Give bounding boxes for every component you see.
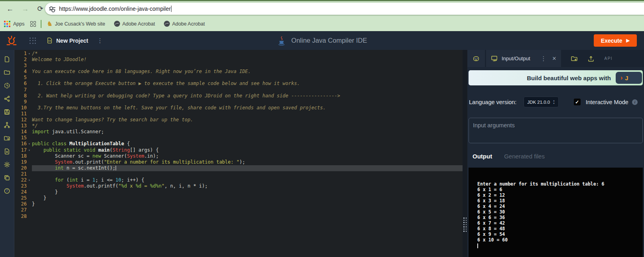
open-folder-icon[interactable] <box>2 67 12 77</box>
new-file-icon[interactable] <box>2 54 12 64</box>
fold-arrow-icon[interactable]: ▾ <box>27 141 32 147</box>
code-line-19[interactable]: 19 System.out.print("Enter a number for … <box>15 159 463 165</box>
code-line-14[interactable]: 14import java.util.Scanner; <box>15 129 463 135</box>
panel-resize-splitter[interactable] <box>463 50 467 257</box>
code-text[interactable]: import java.util.Scanner; <box>32 129 463 135</box>
code-text[interactable]: You can execute code here in 88 language… <box>32 69 463 75</box>
code-line-17[interactable]: 17▾ public static void main(String[] arg… <box>15 147 463 153</box>
input-arguments-field[interactable]: Input arguments <box>469 118 643 143</box>
code-text[interactable] <box>32 87 463 93</box>
save-icon[interactable] <box>2 107 12 117</box>
code-text[interactable]: for (int i = 1; i <= 10; i++) { <box>32 177 463 183</box>
code-text[interactable]: System.out.print("Enter a number for its… <box>32 159 463 165</box>
language-version-select[interactable]: JDK 21.0.0 ▲▼ <box>524 97 558 107</box>
code-line-26[interactable]: 26} <box>15 201 463 207</box>
code-text[interactable]: public static void main(String[] args) { <box>32 147 463 153</box>
open-project-upload-icon[interactable] <box>2 133 12 143</box>
apps-label[interactable]: Apps <box>13 21 25 27</box>
code-text[interactable] <box>32 171 463 177</box>
io-tab-kebab-icon[interactable]: ⋮ <box>541 55 547 62</box>
git-fork-icon[interactable] <box>2 120 12 130</box>
site-settings-icon[interactable] <box>49 6 55 12</box>
code-line-13[interactable]: 13*/ <box>15 123 463 129</box>
code-text[interactable] <box>32 63 463 69</box>
project-menu-kebab-icon[interactable]: ⋮ <box>97 37 103 44</box>
fold-arrow-icon[interactable]: ▾ <box>27 177 32 183</box>
code-text[interactable]: } <box>32 201 463 207</box>
reload-button[interactable]: ⟳ <box>34 3 46 15</box>
download-file-icon[interactable] <box>2 146 12 156</box>
code-text[interactable]: 2. Want help writing or debugging code? … <box>32 93 463 99</box>
code-line-12[interactable]: 12Want to change languages? Try the sear… <box>15 117 463 123</box>
duplicate-copy-icon[interactable] <box>2 172 12 183</box>
code-line-4[interactable]: 4You can execute code here in 88 languag… <box>15 69 463 75</box>
code-text[interactable]: /* <box>32 51 463 57</box>
code-text[interactable]: Want to change languages? Try the search… <box>32 117 463 123</box>
back-button[interactable]: ← <box>4 3 16 15</box>
address-bar[interactable]: https://www.jdoodle.com/online-java-comp… <box>45 3 644 15</box>
fold-arrow-icon[interactable]: ▾ <box>27 51 32 57</box>
code-line-6[interactable]: 6 1. Click the orange Execute button ▶ t… <box>15 81 463 87</box>
code-line-23[interactable]: 23 System.out.printf("%d x %d = %d%n", n… <box>15 183 463 189</box>
code-line-9[interactable]: 9 <box>15 99 463 105</box>
promo-banner[interactable]: Build beautiful web apps with › J <box>469 70 643 85</box>
code-text[interactable] <box>32 214 463 219</box>
code-line-10[interactable]: 10 3.Try the menu buttons on the left. S… <box>15 105 463 111</box>
code-line-24[interactable]: 24 } <box>15 189 463 195</box>
apps-icon[interactable] <box>4 21 10 27</box>
execute-button[interactable]: Execute ▶ <box>594 34 637 47</box>
code-line-25[interactable]: 25 } <box>15 195 463 201</box>
code-text[interactable]: 1. Click the orange Execute button ▶ to … <box>32 81 463 87</box>
code-text[interactable] <box>32 207 463 213</box>
code-line-22[interactable]: 22▾ for (int i = 1; i <= 10; i++) { <box>15 177 463 183</box>
export-upload-icon[interactable] <box>587 55 595 62</box>
code-text[interactable]: System.out.printf("%d x %d = %d%n", n, i… <box>32 183 463 189</box>
code-text[interactable] <box>32 75 463 81</box>
tab-input-output[interactable]: Input/Output ⋮ ✕ <box>486 50 561 67</box>
api-button[interactable]: API <box>604 56 612 61</box>
bookmark-joe-cusack[interactable]: ♞ Joe Cusack's Web site <box>47 21 105 27</box>
code-text[interactable]: 3.Try the menu buttons on the left. Save… <box>32 105 463 111</box>
menu-grid-icon[interactable] <box>30 38 36 44</box>
code-line-21[interactable]: 21 <box>15 171 463 177</box>
code-text[interactable] <box>32 99 463 105</box>
code-text[interactable]: public class MultiplicationTable { <box>32 141 463 147</box>
info-icon[interactable]: i <box>632 99 638 105</box>
fold-arrow-icon[interactable]: ▾ <box>27 147 32 153</box>
project-folder-download-icon[interactable] <box>571 55 578 62</box>
jdoodle-logo-icon[interactable] <box>5 34 18 47</box>
recent-history-icon[interactable] <box>2 80 12 91</box>
project-name[interactable]: New Project <box>56 38 88 44</box>
promo-banner-button[interactable]: › J <box>616 72 642 84</box>
bookmark-adobe-acrobat-2[interactable]: Adobe Acrobat <box>164 21 205 27</box>
code-line-5[interactable]: 5 <box>15 75 463 81</box>
code-line-11[interactable]: 11 <box>15 111 463 117</box>
code-line-2[interactable]: 2Welcome to JDoodle! <box>15 57 463 63</box>
code-line-16[interactable]: 16▾public class MultiplicationTable { <box>15 141 463 147</box>
code-text[interactable] <box>32 135 463 141</box>
share-icon[interactable] <box>2 93 12 104</box>
url-text[interactable]: https://www.jdoodle.com/online-java-comp… <box>59 6 171 12</box>
code-text[interactable]: */ <box>32 123 463 129</box>
output-console[interactable]: Enter a number for its multiplication ta… <box>469 168 643 257</box>
code-line-8[interactable]: 8 2. Want help writing or debugging code… <box>15 93 463 99</box>
code-line-3[interactable]: 3 <box>15 63 463 69</box>
code-line-1[interactable]: 1▾/* <box>15 51 463 57</box>
code-text[interactable]: } <box>32 195 463 201</box>
code-line-7[interactable]: 7 <box>15 87 463 93</box>
io-tab-close-icon[interactable]: ✕ <box>552 55 557 61</box>
interactive-mode-checkbox[interactable]: ✓ <box>574 99 581 105</box>
code-line-15[interactable]: 15 <box>15 135 463 141</box>
code-text[interactable] <box>32 111 463 117</box>
grid-shortcut-icon[interactable] <box>30 21 36 27</box>
code-text[interactable]: Scanner sc = new Scanner(System.in); <box>32 153 463 159</box>
settings-gear-icon[interactable] <box>2 159 12 170</box>
drag-grip-icon[interactable] <box>463 217 467 232</box>
code-line-20[interactable]: 20 int n = sc.nextInt(); <box>15 165 463 171</box>
project-switcher[interactable]: New Project <box>46 37 88 44</box>
code-line-28[interactable]: 28 <box>15 214 463 219</box>
code-editor[interactable]: 1▾/*2Welcome to JDoodle!34You can execut… <box>15 50 463 257</box>
code-line-18[interactable]: 18 Scanner sc = new Scanner(System.in); <box>15 153 463 159</box>
code-text[interactable]: int n = sc.nextInt(); <box>32 165 463 171</box>
jdroid-button[interactable] <box>467 50 485 67</box>
